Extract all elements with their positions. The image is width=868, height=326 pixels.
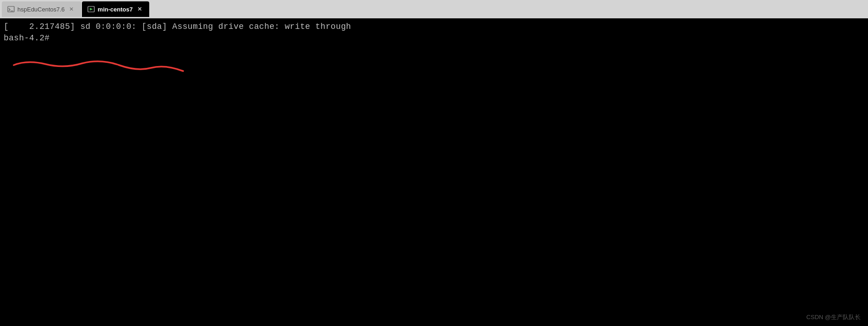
tab-mincentos7-close[interactable]: ✕ bbox=[136, 5, 144, 13]
terminal-active-icon bbox=[87, 6, 95, 13]
annotation-squiggle bbox=[9, 55, 188, 83]
tab-hspeducentos-label: hspEduCentos7.6 bbox=[17, 6, 65, 13]
terminal-line-2: bash-4.2# bbox=[4, 33, 864, 44]
terminal-line-1: [ 2.217485] sd 0:0:0:0: [sda] Assuming d… bbox=[4, 21, 864, 33]
tab-hspeducentos-close[interactable]: ✕ bbox=[67, 5, 76, 13]
tab-mincentos7[interactable]: min-centos7 ✕ bbox=[82, 1, 149, 17]
terminal-area[interactable]: [ 2.217485] sd 0:0:0:0: [sda] Assuming d… bbox=[0, 18, 868, 326]
terminal-inactive-icon bbox=[7, 6, 15, 13]
tab-bar: hspEduCentos7.6 ✕ min-centos7 ✕ bbox=[0, 0, 868, 18]
watermark: CSDN @生产队队长 bbox=[806, 313, 861, 321]
svg-marker-3 bbox=[90, 8, 93, 11]
tab-hspeducentos[interactable]: hspEduCentos7.6 ✕ bbox=[2, 1, 81, 17]
tab-mincentos7-label: min-centos7 bbox=[98, 6, 133, 13]
